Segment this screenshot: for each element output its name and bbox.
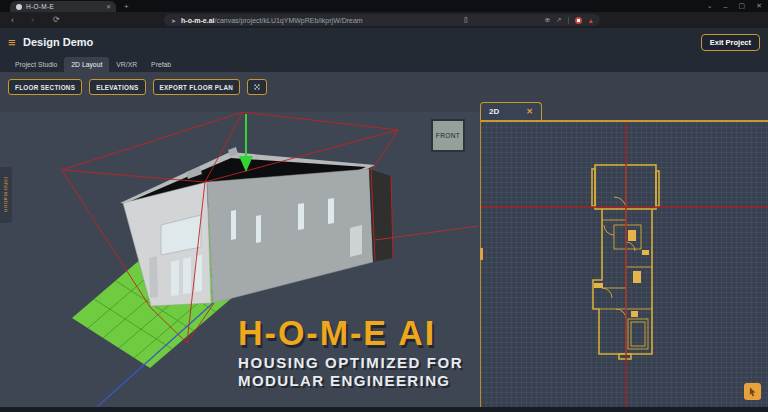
watermark: H-O-M-E AI HOUSING OPTIMIZED FOR MODULAR…	[238, 315, 463, 388]
expand-arrows-button[interactable]	[247, 79, 267, 95]
building-model	[120, 147, 393, 306]
url-domain: h-o-m-e.ai	[181, 17, 214, 24]
watermark-subtitle-1: HOUSING OPTIMIZED FOR	[238, 355, 463, 370]
browser-navbar: ‹ › ⟳ ➤ h-o-m-e.ai /canvas/project/kLU1q…	[0, 12, 768, 28]
content-area: FLOOR SECTIONS ELEVATIONS EXPORT FLOOR P…	[0, 72, 768, 407]
tab-close-icon[interactable]: ✕	[106, 3, 111, 10]
panel-resize-handle[interactable]	[480, 248, 483, 260]
send-icon: ➤	[171, 17, 176, 24]
tab-2d-layout[interactable]: 2D Layout	[64, 57, 109, 72]
address-bar[interactable]: ➤ h-o-m-e.ai /canvas/project/kLU1qYMWpRE…	[164, 14, 600, 26]
minimize-icon[interactable]: –	[724, 3, 728, 10]
2d-panel-close-icon[interactable]: ✕	[526, 107, 533, 116]
floor-plan-canvas	[481, 122, 768, 407]
tab-project-studio[interactable]: Project Studio	[8, 57, 64, 72]
floor-sections-button[interactable]: FLOOR SECTIONS	[8, 79, 82, 95]
watermark-subtitle-2: MODULAR ENGINEERING	[238, 373, 463, 388]
url-path: /canvas/project/kLU1qYMWpREb/ikprjW/Drea…	[214, 17, 362, 24]
tab-prefab[interactable]: Prefab	[144, 57, 178, 72]
new-tab-button[interactable]: +	[124, 1, 129, 12]
expand-arrows-icon	[254, 82, 260, 92]
window-close-icon[interactable]: ✕	[756, 2, 762, 10]
zoom-icon[interactable]: ⊕	[545, 16, 550, 24]
share-icon[interactable]: ↗	[556, 16, 561, 24]
watermark-title: H-O-M-E AI	[238, 315, 463, 351]
tab-vrxr[interactable]: VR/XR	[109, 57, 144, 72]
toolbar: FLOOR SECTIONS ELEVATIONS EXPORT FLOOR P…	[8, 79, 267, 95]
browser-tab-title: H-O-M-E	[26, 3, 54, 10]
back-icon[interactable]: ‹	[11, 12, 14, 28]
hamburger-icon[interactable]: ≡	[8, 28, 16, 57]
reload-icon[interactable]: ⟳	[53, 12, 60, 28]
export-floor-plan-button[interactable]: EXPORT FLOOR PLAN	[153, 79, 241, 95]
forward-icon[interactable]: ›	[31, 12, 34, 28]
device-icon[interactable]: ▯	[464, 16, 468, 24]
maximize-icon[interactable]: ▢	[739, 2, 746, 10]
cursor-tool-button[interactable]	[744, 383, 761, 400]
divider	[568, 17, 569, 24]
view-cube-label: FRONT	[436, 132, 460, 139]
elevations-button[interactable]: ELEVATIONS	[89, 79, 145, 95]
bottom-bar	[0, 407, 768, 412]
information-tab-label: Information	[3, 177, 9, 213]
extension-icon[interactable]	[575, 17, 582, 24]
view-cube[interactable]: FRONT	[431, 119, 465, 152]
screen: H-O-M-E ✕ + ⌄ – ▢ ✕ ‹ › ⟳ ➤ h-o-m-e.ai /…	[0, 0, 768, 412]
3d-viewport[interactable]: Information FRONT H-O-M-E AI HOUSING OPT…	[0, 112, 480, 407]
app-tab-bar: Project Studio 2D Layout VR/XR Prefab	[0, 57, 768, 72]
2d-panel-tab[interactable]: 2D ✕	[480, 102, 542, 120]
browser-tabstrip: H-O-M-E ✕ + ⌄ – ▢ ✕	[0, 0, 768, 12]
window-menu-icon[interactable]: ⌄	[707, 2, 713, 10]
cursor-icon	[748, 387, 757, 397]
information-tab[interactable]: Information	[0, 167, 12, 223]
2d-panel[interactable]	[480, 120, 768, 407]
warning-icon[interactable]: ▲	[588, 17, 594, 24]
exit-project-button[interactable]: Exit Project	[701, 34, 760, 51]
favicon-icon	[16, 4, 22, 10]
page-title: Design Demo	[23, 28, 93, 57]
app-header: ≡ Design Demo Exit Project	[0, 28, 768, 57]
browser-tab[interactable]: H-O-M-E ✕	[10, 1, 116, 12]
2d-panel-tab-label: 2D	[489, 107, 499, 116]
